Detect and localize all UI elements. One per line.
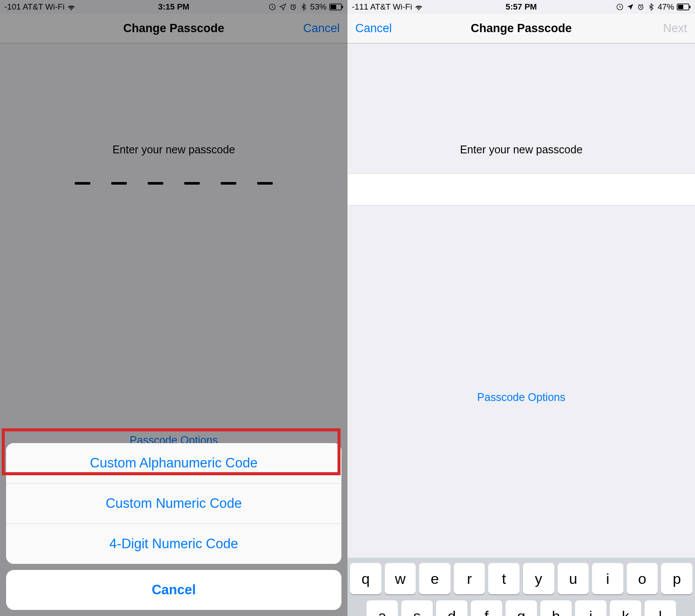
battery-icon — [329, 3, 343, 10]
passcode-dash — [221, 182, 236, 185]
bluetooth-icon — [647, 3, 655, 11]
rotation-lock-icon — [268, 3, 276, 11]
svg-rect-3 — [342, 6, 343, 8]
prompt-label: Enter your new passcode — [0, 143, 348, 156]
key-p[interactable]: p — [661, 563, 692, 594]
location-icon — [279, 3, 287, 11]
key-t[interactable]: t — [488, 563, 520, 594]
key-i[interactable]: i — [592, 563, 623, 594]
svg-rect-8 — [689, 6, 691, 8]
prompt-label: Enter your new passcode — [348, 143, 695, 156]
key-g[interactable]: g — [506, 600, 537, 616]
battery-percent: 53% — [310, 2, 327, 12]
key-a[interactable]: a — [367, 600, 398, 616]
key-j[interactable]: j — [575, 600, 606, 616]
svg-rect-9 — [678, 5, 683, 9]
key-h[interactable]: h — [540, 600, 572, 616]
rotation-lock-icon — [616, 3, 624, 11]
status-bar: -101 AT&T Wi-Fi 3:15 PM 53% — [0, 0, 348, 14]
cancel-button[interactable]: Cancel — [348, 14, 400, 43]
passcode-dashes — [0, 182, 348, 185]
option-custom-alphanumeric[interactable]: Custom Alphanumeric Code — [6, 443, 341, 484]
key-w[interactable]: w — [385, 563, 416, 594]
nav-bar: Cancel Change Passcode Next — [348, 14, 695, 43]
battery-percent: 47% — [658, 2, 674, 12]
option-custom-numeric[interactable]: Custom Numeric Code — [6, 484, 341, 524]
wifi-icon — [415, 3, 423, 11]
location-icon — [626, 3, 634, 11]
key-e[interactable]: e — [419, 563, 450, 594]
carrier-label: -111 AT&T Wi-Fi — [352, 2, 412, 12]
passcode-dash — [148, 182, 163, 185]
key-q[interactable]: q — [350, 563, 381, 594]
passcode-input[interactable] — [348, 173, 695, 205]
action-sheet: Custom Alphanumeric Code Custom Numeric … — [6, 443, 341, 610]
alarm-icon — [289, 3, 297, 11]
key-k[interactable]: k — [610, 600, 641, 616]
alarm-icon — [637, 3, 645, 11]
next-button[interactable]: Next — [655, 14, 695, 43]
key-f[interactable]: f — [471, 600, 502, 616]
option-4digit-numeric[interactable]: 4-Digit Numeric Code — [6, 524, 341, 564]
screenshot-left: -101 AT&T Wi-Fi 3:15 PM 53% — [0, 0, 348, 616]
action-sheet-cancel[interactable]: Cancel — [6, 570, 341, 610]
key-s[interactable]: s — [401, 600, 433, 616]
passcode-dash — [257, 182, 273, 185]
page-title: Change Passcode — [471, 22, 572, 35]
svg-rect-4 — [331, 5, 336, 9]
nav-bar: Change Passcode Cancel — [0, 14, 348, 43]
key-r[interactable]: r — [454, 563, 485, 594]
page-title: Change Passcode — [123, 22, 225, 35]
bluetooth-icon — [300, 3, 308, 11]
key-y[interactable]: y — [523, 563, 554, 594]
key-d[interactable]: d — [436, 600, 467, 616]
key-u[interactable]: u — [558, 563, 589, 594]
battery-icon — [677, 3, 691, 10]
key-o[interactable]: o — [627, 563, 658, 594]
key-l[interactable]: l — [645, 600, 676, 616]
passcode-dash — [111, 182, 127, 185]
keyboard: qwertyuiop asdfghjkl zxcvbnm .?123 space… — [348, 558, 695, 616]
passcode-dash — [75, 182, 90, 185]
cancel-button[interactable]: Cancel — [295, 14, 348, 43]
screenshot-right: -111 AT&T Wi-Fi 5:57 PM 47% — [348, 0, 695, 616]
wifi-icon — [67, 3, 75, 11]
status-bar: -111 AT&T Wi-Fi 5:57 PM 47% — [348, 0, 695, 14]
carrier-label: -101 AT&T Wi-Fi — [4, 2, 65, 12]
passcode-dash — [184, 182, 200, 185]
passcode-options-link[interactable]: Passcode Options — [348, 391, 695, 404]
